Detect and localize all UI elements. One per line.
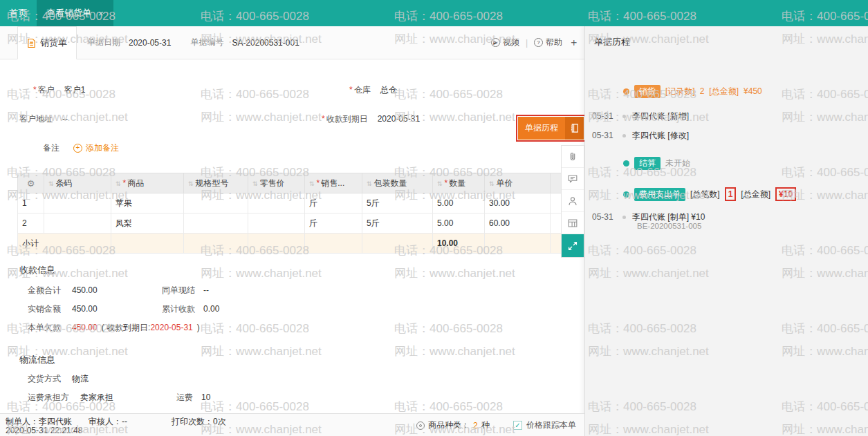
created-time: 2020-05-31 22:21:48 [6,426,82,435]
help-link[interactable]: ? 帮助 [534,37,562,48]
question-circle-icon: ? [534,38,543,47]
event-date: 05-31 [592,111,622,121]
spec-cell [184,214,248,234]
total-amount-value: 450.00 [72,285,162,295]
logistics-row: 交货方式 物流 [28,373,89,384]
remark-label: 备注 [43,142,59,154]
logistics-section-title: 物流信息 [19,354,55,366]
column-header-product[interactable]: ⇅*商品 [111,173,184,193]
required-mark: * [317,178,320,188]
freight-bearer-value: 卖家承担 [80,392,176,404]
status-bar: 制单人：李四代账 2020-05-31 22:21:48 审核人：-- 打印次数… [0,413,584,436]
product-cell: 苹果 [111,193,184,214]
annotation-highlight: ¥10 [775,187,796,201]
journal-icon [565,117,584,140]
due-date-field: *收款到期日 2020-05-31 [322,113,420,124]
event-dot-icon [622,115,626,118]
event-dot-icon [622,216,626,219]
sort-icon: ⇅ [367,180,372,187]
close-tab-icon[interactable]: × [98,8,104,19]
history-settle-summary: 结算 未开始 [623,156,690,170]
timeline-dot-icon [623,160,629,167]
remark-field: 备注 + 添加备注 [43,142,119,153]
customer-address-label: 客户地址 [19,113,53,125]
debt-label: 本单欠款 [28,322,72,334]
customer-field: *客户 客户1 [33,84,85,95]
warehouse-value: 总仓 [380,84,397,96]
add-remark-label: 添加备注 [86,142,119,154]
debt-value: 450.00 [72,323,98,332]
sort-icon: ⇅ [188,180,194,187]
column-header-retail-price[interactable]: ⇅零售价 [248,173,305,193]
row-number: 1 [18,193,44,214]
expand-button[interactable] [562,234,584,257]
settle-badge: 结算 [634,157,661,170]
actual-amount-value: 450.00 [72,304,162,314]
cash-settle-label: 同单现结 [162,285,203,296]
history-sales-summary: 销货 [记录数] 2 [总金额] ¥450 [623,84,762,98]
expense-badge: 费用支出单 [634,188,685,201]
debt-note-open: ( 收款到期日: [102,322,151,334]
expense-count-label: [总笔数] [690,189,720,200]
paperclip-icon [566,151,579,163]
required-mark: * [33,85,37,95]
separator: | [526,38,528,48]
help-link-label: 帮助 [546,37,562,48]
sort-icon: ⇅ [489,180,495,187]
grid-button[interactable] [562,212,584,234]
column-header-sales-unit[interactable]: ⇅*销售... [305,173,362,193]
sales-badge: 销货 [634,85,661,98]
category-icon [416,421,425,430]
delivery-method-label: 交货方式 [28,373,72,385]
attachment-button[interactable] [562,146,584,168]
sku-count: 2 [473,421,478,430]
retail-cell [248,193,305,214]
column-settings-button[interactable]: ⚙ [18,173,44,193]
debt-due-date: 2020-05-31 [150,323,192,332]
event-text: 李四代账 [新增] [632,111,689,122]
event-text: 李四代账 [修改] [632,130,689,142]
history-panel-title: 单据历程 [594,36,630,48]
freight-label: 运费 [176,392,201,404]
column-header-pack-qty[interactable]: ⇅包装数量 [362,173,433,193]
column-header-qty[interactable]: ⇅*数量 [433,173,485,193]
customer-label: *客户 [33,84,55,96]
video-link[interactable]: ▶ 视频 [491,37,519,48]
comment-button[interactable] [562,168,584,190]
customer-value: 客户1 [64,84,86,96]
contact-button[interactable] [562,190,584,212]
document-history-button-label: 单据历程 [518,117,565,140]
column-header-spec[interactable]: ⇅规格型号 [184,173,248,193]
tab-sales-order[interactable]: 销货单 [17,26,77,59]
add-remark-link[interactable]: + 添加备注 [73,142,119,154]
logistics-row: 运费承担方 卖家承担 运费 10 [28,392,210,403]
price-track-label: 价格跟踪本单 [526,419,576,431]
tab-current-document[interactable]: 查看销货单 × [37,0,113,26]
column-header-barcode[interactable]: ⇅条码 [44,173,111,193]
sales-records-label: [记录数] [665,86,695,97]
print-count-text: 打印次数：0次 [172,416,226,428]
event-text: 李四代账 [制单] ¥10 [632,211,705,223]
expand-icon [566,240,579,252]
pack-qty-cell: 5斤 [362,214,433,234]
tab-home[interactable]: 首页 [0,0,37,26]
grid-icon [566,217,579,229]
checkbox-checked-icon: ✓ [513,421,522,430]
annotation-highlight: 单据历程 [516,115,586,142]
document-area: 销货单 单据日期 2020-05-31 单据编号 SA-20200531-001… [0,26,584,413]
plus-circle-icon: + [73,144,82,153]
debt-row: 本单欠款 450.00 ( 收款到期日: 2020-05-31 ) [28,322,200,333]
tab-sales-order-label: 销货单 [40,37,67,49]
subtotal-label: 小计 [18,234,111,254]
document-toolbar: 销货单 单据日期 2020-05-31 单据编号 SA-20200531-001… [0,26,584,59]
total-amount-label: 金额合计 [28,285,72,296]
document-history-button[interactable]: 单据历程 [518,117,584,140]
table-row: 1 苹果 斤 5斤 5.00 30.00 [18,193,585,214]
settle-status: 未开始 [665,158,690,169]
barcode-cell [44,214,111,234]
column-header-unit-price[interactable]: ⇅单价 [485,173,551,193]
customer-address-value: -- [62,114,68,124]
app-window: 首页 查看销货单 × 销货单 单据日期 2020-05-31 单据编号 SA-2… [0,0,868,436]
price-track-toggle[interactable]: ✓ 价格跟踪本单 [513,419,576,431]
add-icon[interactable]: ＋ [569,36,579,49]
